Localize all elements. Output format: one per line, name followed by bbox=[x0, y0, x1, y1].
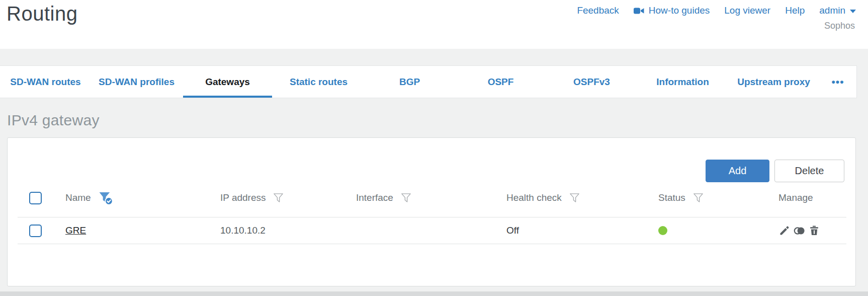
tab-information[interactable]: Information bbox=[637, 66, 728, 98]
ip-address-value: 10.10.10.2 bbox=[220, 225, 266, 236]
tab-upstream-proxy[interactable]: Upstream proxy bbox=[728, 66, 819, 98]
table-header-row: Name IP address Interface bbox=[18, 182, 846, 213]
tab-sd-wan-routes[interactable]: SD-WAN routes bbox=[0, 66, 91, 98]
more-tabs-button[interactable]: ••• bbox=[819, 66, 856, 98]
delete-button[interactable]: Delete bbox=[774, 160, 844, 182]
help-link[interactable]: Help bbox=[785, 5, 805, 16]
tab-static-routes[interactable]: Static routes bbox=[273, 66, 364, 98]
user-name-label: admin bbox=[819, 5, 845, 16]
top-nav: Feedback How-to guides Log viewer Help a… bbox=[577, 5, 856, 16]
filter-active-icon[interactable] bbox=[98, 190, 114, 206]
column-header-manage: Manage bbox=[778, 192, 813, 203]
section-title: IPv4 gateway bbox=[7, 112, 100, 129]
tab-bar: SD-WAN routes SD-WAN profiles Gateways S… bbox=[0, 65, 857, 98]
delete-icon[interactable] bbox=[808, 225, 820, 237]
table-row: GRE 10.10.10.2 Off bbox=[18, 217, 846, 244]
filter-icon-health-check[interactable] bbox=[569, 192, 580, 204]
tab-ospf[interactable]: OSPF bbox=[455, 66, 546, 98]
edit-icon[interactable] bbox=[778, 225, 791, 237]
video-camera-icon bbox=[634, 7, 644, 15]
feedback-link[interactable]: Feedback bbox=[577, 5, 619, 16]
clone-icon[interactable] bbox=[793, 225, 806, 237]
filter-icon-interface[interactable] bbox=[400, 192, 412, 204]
select-all-checkbox[interactable] bbox=[29, 192, 42, 204]
column-header-name: Name bbox=[65, 192, 91, 203]
log-viewer-link[interactable]: Log viewer bbox=[724, 5, 770, 16]
status-up-indicator bbox=[658, 226, 667, 235]
tab-sd-wan-profiles[interactable]: SD-WAN profiles bbox=[91, 66, 182, 98]
add-button[interactable]: Add bbox=[706, 160, 769, 182]
page-title: Routing bbox=[7, 0, 77, 27]
row-checkbox[interactable] bbox=[29, 225, 42, 237]
howto-guides-label: How-to guides bbox=[649, 5, 710, 16]
brand-label: Sophos bbox=[824, 21, 855, 31]
column-header-ip-address: IP address bbox=[220, 192, 266, 203]
user-menu[interactable]: admin bbox=[819, 5, 856, 16]
column-header-interface: Interface bbox=[356, 192, 393, 203]
tab-ospfv3[interactable]: OSPFv3 bbox=[546, 66, 637, 98]
gateway-name-link[interactable]: GRE bbox=[65, 225, 86, 236]
tab-bgp[interactable]: BGP bbox=[364, 66, 455, 98]
filter-icon-ip-address[interactable] bbox=[273, 192, 284, 204]
filter-icon-status[interactable] bbox=[692, 192, 704, 204]
health-check-value: Off bbox=[506, 225, 519, 236]
howto-guides-link[interactable]: How-to guides bbox=[634, 5, 710, 16]
horizontal-scrollbar[interactable] bbox=[0, 291, 868, 296]
manage-actions bbox=[767, 225, 846, 237]
column-header-status: Status bbox=[658, 192, 685, 203]
tab-gateways[interactable]: Gateways bbox=[182, 66, 273, 98]
chevron-down-icon bbox=[850, 10, 856, 13]
column-header-health-check: Health check bbox=[506, 192, 562, 203]
gateway-table-panel: Add Delete Name IP address bbox=[7, 137, 856, 286]
